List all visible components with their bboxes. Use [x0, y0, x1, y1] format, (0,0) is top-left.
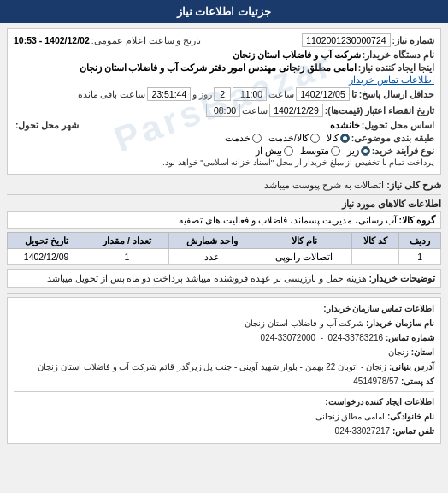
col-header-row: ردیف	[399, 233, 441, 249]
contact-link[interactable]: اطلاعات تماس خریدار	[349, 74, 434, 85]
col-header-unit: واحد شمارش	[168, 233, 256, 249]
divider-contact	[14, 391, 434, 392]
row-registrar: نام دستگاه خریدار: شرکت آب و فاضلاب استا…	[14, 50, 434, 60]
table-header-row: ردیف کد کالا نام کالا واحد شمارش تعداد /…	[8, 233, 441, 249]
row-niar-number: شماره نیاز: 1102001230000724 تاریخ و ساع…	[14, 33, 434, 47]
category-radio-group: کالا کالا/خدمت خدمت	[225, 133, 350, 143]
note-label: توضیحات خریدار:	[369, 273, 435, 283]
deadline-remaining-label: روز و	[192, 89, 212, 99]
row-deadline: حداقل ارسال پاسخ: تا 1402/12/05 ساعت 11:…	[14, 87, 434, 101]
delivery-label: اساس محل تحویل:	[362, 120, 434, 130]
deadline-time: 11:00	[233, 87, 267, 101]
purchase-type-radio-group: زیر متوسط بیش از	[256, 146, 370, 156]
contact-postal-label: کد پستی:	[401, 377, 434, 386]
row-validity: تاریخ انقضاء اعتبار (قیمت‌ها): 1402/12/2…	[14, 104, 434, 117]
radio-zir	[361, 146, 370, 156]
contact-phone-row: شماره تماس: 33783216-024 - 33072000-024	[14, 331, 434, 344]
deadline-time-label: ساعت	[268, 89, 294, 99]
col-header-qty: تعداد / مقدار	[85, 233, 168, 249]
row-requester: اینجا ایجاد کننده نیاز: امامی مطلق زنجان…	[14, 62, 434, 85]
deadline-date: 1402/12/05	[296, 87, 350, 101]
purchase-type-label: نوع فرآیند خرید:	[372, 146, 434, 156]
divider-2	[7, 293, 441, 294]
contact-address-value: زنجان - اتوبان 22 بهمن - بلوار شهید آوین…	[38, 362, 386, 371]
contact-phone1-value: 33783216-024	[328, 333, 384, 342]
contact-contact-phone-row: تلفن تماس: 33027217-024	[14, 425, 434, 437]
contact-requester-org-label: اطلاعات ایجاد کننده درخواست:	[325, 397, 434, 407]
contact-title-row: اطلاعات تماس سازمان خریدار:	[14, 302, 434, 315]
contact-buyer-name-value: شرکت آب و فاضلاب استان زنجان	[245, 318, 363, 328]
contact-phone1-label: شماره تماس:	[386, 333, 434, 342]
contact-person-row: نام خانوادگی: امامی مطلق زنجانی	[14, 410, 434, 423]
category-kala-khadamat-label: کالا/خدمت	[268, 133, 309, 143]
purchase-type-zir[interactable]: زیر	[347, 146, 370, 156]
deadline-remaining-suffix: ساعت باقی مانده	[78, 89, 146, 99]
purchase-type-motavasset[interactable]: متوسط	[300, 146, 340, 156]
table-row: 1اتصالات رانوپیعدد11402/12/09	[8, 249, 441, 265]
group-kala-box: گروه کالا: آب رسانی، مدیریت پسماند، فاضل…	[7, 211, 441, 229]
category-option-khadamat[interactable]: خدمت	[225, 133, 262, 143]
radio-kala-khadamat	[310, 134, 320, 143]
sharh-label: شرح کلی نیاز:	[386, 180, 441, 190]
datetime-label: تاریخ و ساعت اعلام عمومی:	[91, 35, 202, 45]
niar-number-value: 1102001230000724	[302, 33, 390, 47]
group-kala-value: آب رسانی، مدیریت پسماند، فاضلاب و فعالیت…	[179, 215, 396, 225]
kala-info-label: اطلاعات کالاهای مورد نیاز	[7, 199, 441, 210]
contact-buyer-name-row: نام سازمان خریدار: شرکت آب و فاضلاب استا…	[14, 317, 434, 330]
row-category: طبقه بندی موضوعی: کالا کالا/خدمت خدمت	[14, 133, 434, 143]
top-info-box: ParsBaazar شماره نیاز: 1102001230000724 …	[7, 28, 441, 175]
contact-contact-phone-label: تلفن تماس:	[392, 426, 434, 436]
datetime-value: 1402/12/02 - 10:53	[14, 35, 90, 45]
category-option-kala[interactable]: کالا	[327, 133, 350, 143]
contact-person-label: نام خانوادگی:	[387, 412, 434, 421]
deadline-remaining: 2	[214, 87, 231, 101]
page-title: جزئیات اطلاعات نیاز	[177, 5, 271, 18]
delivery-value: خانشده	[330, 120, 360, 130]
requester-value: امامی مطلق زنجانی مهندس امور دفتر شرکت آ…	[80, 62, 357, 73]
row-delivery: اساس محل تحویل: خانشده شهر محل تحول:	[14, 120, 434, 130]
page-header: جزئیات اطلاعات نیاز	[0, 0, 448, 23]
table-cell-name: اتصالات رانوپی	[256, 249, 352, 265]
category-option-kala-khadamat[interactable]: کالا/خدمت	[268, 133, 320, 143]
registrar-value: شرکت آب و فاضلاب استان زنجان	[233, 50, 361, 60]
contact-address-row: آدرس بنیانی: زنجان - اتوبان 22 بهمن - بل…	[14, 360, 434, 373]
contact-title: اطلاعات تماس سازمان خریدار:	[323, 304, 434, 313]
contact-province-row: استان: زنجان	[14, 346, 434, 359]
col-header-code: کد کالا	[352, 233, 399, 249]
validity-label: تاریخ انقضاء اعتبار (قیمت‌ها):	[325, 105, 434, 116]
purchase-type-zir-label: زیر	[347, 146, 359, 156]
col-header-name: نام کالا	[256, 233, 352, 249]
purchase-type-bish-label: بیش از	[256, 146, 282, 156]
table-cell-unit: عدد	[168, 249, 256, 265]
deadline-label: حداقل ارسال پاسخ: تا	[351, 89, 434, 99]
contact-buyer-name-label: نام سازمان خریدار:	[366, 318, 434, 328]
radio-bish	[284, 146, 293, 156]
validity-time-label: ساعت	[242, 105, 268, 116]
purchase-type-bish[interactable]: بیش از	[256, 146, 293, 156]
note-value: هزینه حمل و بارزیسی بر عهده فروشنده میبا…	[47, 273, 367, 283]
validity-time: 08:00	[206, 104, 240, 117]
validity-date: 1402/12/29	[269, 104, 323, 117]
table-cell-quantity: 1	[85, 249, 168, 265]
radio-khadamat	[252, 134, 262, 143]
divider-1	[7, 194, 441, 195]
contact-postal-value: 4514978/57	[353, 377, 398, 386]
contact-box: اطلاعات تماس سازمان خریدار: نام سازمان خ…	[7, 297, 441, 444]
table-cell-code	[352, 249, 399, 265]
group-kala-label: گروه کالا:	[399, 215, 435, 225]
note-box: توضیحات خریدار: هزینه حمل و بارزیسی بر ع…	[7, 269, 441, 288]
radio-kala	[340, 134, 350, 143]
sharh-value: اتصالات به شرح پیوست میباشد	[264, 180, 384, 190]
page-container: جزئیات اطلاعات نیاز ParsBaazar شماره نیا…	[0, 0, 448, 449]
col-header-date: تاریخ تحویل	[8, 233, 85, 249]
contact-contact-phone-value: 33027217-024	[335, 426, 391, 436]
contact-person-value: امامی مطلق زنجانی	[315, 412, 386, 421]
purchase-type-desc: پرداخت تمام با تخفیص از مبلغ خریدار از م…	[162, 157, 434, 167]
radio-motavasset	[331, 146, 340, 156]
category-label: طبقه بندی موضوعی:	[351, 133, 434, 143]
contact-province-value: زنجان	[388, 347, 409, 357]
row-purchase-type: نوع فرآیند خرید: زیر متوسط بیش از	[14, 146, 434, 167]
contact-phone2-value: 33072000-024	[261, 333, 316, 342]
sharh-section: شرح کلی نیاز: اتصالات به شرح پیوست میباش…	[7, 180, 441, 191]
requester-label: اینجا ایجاد کننده نیاز:	[358, 62, 434, 73]
